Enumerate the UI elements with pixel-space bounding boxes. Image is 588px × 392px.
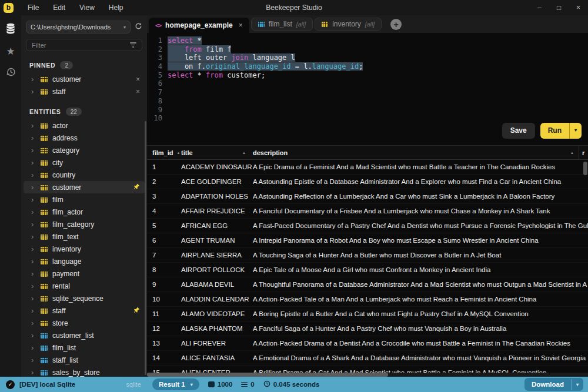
table-row[interactable]: 2 ACE GOLDFINGER A Astounding Epistle of… xyxy=(147,175,588,189)
sidebar-item-country[interactable]: › country xyxy=(21,169,147,181)
sidebar-item-inventory[interactable]: › inventory xyxy=(21,243,147,255)
table-row[interactable]: 13 ALI FOREVER A Action-Packed Drama of … xyxy=(147,336,588,351)
download-button[interactable]: Download ▾ xyxy=(524,378,583,391)
run-options-caret-icon[interactable]: ▾ xyxy=(569,123,582,139)
cell-film-id[interactable]: 12 xyxy=(147,325,181,332)
code-line[interactable]: left outer join language l xyxy=(168,53,363,62)
cell-film-id[interactable]: 7 xyxy=(147,252,181,259)
sidebar-item-sales_by_store[interactable]: › sales_by_store xyxy=(21,366,147,377)
cell-description[interactable]: A Epic Tale of a Moose And a Girl who mu… xyxy=(253,266,588,273)
sidebar-item-address[interactable]: › address xyxy=(21,132,147,144)
refresh-icon[interactable] xyxy=(135,22,142,32)
cell-description[interactable]: A Intrepid Panorama of a Robot And a Boy… xyxy=(253,237,588,244)
table-row[interactable]: 12 ALASKA PHANTOM A Fanciful Saga of a H… xyxy=(147,321,588,336)
chevron-right-icon[interactable]: › xyxy=(31,344,36,351)
cell-description[interactable]: A Astounding Epistle of a Database Admin… xyxy=(253,178,588,185)
unpin-close-icon[interactable]: × xyxy=(136,75,140,83)
cell-title[interactable]: AFFAIR PREJUDICE xyxy=(181,207,253,215)
history-icon[interactable] xyxy=(5,66,16,80)
column-header-title[interactable]: title ▲ xyxy=(181,146,253,159)
cell-title[interactable]: AIRPLANE SIERRA xyxy=(181,252,253,259)
table-row[interactable]: 1 ACADEMY DINOSAUR A Epic Drama of a Fem… xyxy=(147,160,588,175)
results-vertical-scrollbar[interactable] xyxy=(583,162,587,175)
cell-title[interactable]: ALAMO VIDEOTAPE xyxy=(181,310,253,317)
column-header-description[interactable]: description ▲ xyxy=(253,146,579,159)
chevron-right-icon[interactable]: › xyxy=(31,233,36,240)
sidebar-item-film_actor[interactable]: › film_actor xyxy=(21,206,147,218)
sidebar-item-film[interactable]: › film xyxy=(21,193,147,206)
cell-description[interactable]: A Fanciful Saga of a Hunter And a Pastry… xyxy=(253,325,588,332)
table-row[interactable]: 7 AIRPLANE SIERRA A Touching Saga of a H… xyxy=(147,248,588,263)
menu-view[interactable]: View xyxy=(72,4,102,12)
unpin-close-icon[interactable]: × xyxy=(136,88,140,96)
pin-icon[interactable] xyxy=(133,307,140,315)
sidebar-item-actor[interactable]: › actor xyxy=(21,119,147,132)
column-header-partial[interactable]: r xyxy=(579,146,588,159)
cell-description[interactable]: A Fanciful Documentary of a Frisbee And … xyxy=(253,207,588,215)
cell-title[interactable]: ACE GOLDFINGER xyxy=(181,178,253,185)
cell-description[interactable]: A Emotional Drama of a A Shark And a Dat… xyxy=(253,354,588,361)
chevron-right-icon[interactable]: › xyxy=(31,171,36,179)
code-line[interactable] xyxy=(168,106,363,115)
sidebar-item-staff[interactable]: › staff xyxy=(21,304,147,317)
sort-icon[interactable]: ▲ xyxy=(176,151,180,155)
cell-film-id[interactable]: 11 xyxy=(147,310,181,317)
code-line[interactable]: on f.original_language_id = l.language_i… xyxy=(168,62,363,71)
tab-inventory[interactable]: inventory [all] xyxy=(315,18,382,31)
cell-film-id[interactable]: 14 xyxy=(147,354,181,361)
cell-title[interactable]: ALASKA PHANTOM xyxy=(181,325,253,332)
code-line[interactable] xyxy=(168,88,363,97)
cell-film-id[interactable]: 8 xyxy=(147,266,181,273)
cell-title[interactable]: AFRICAN EGG xyxy=(181,222,253,229)
cell-title[interactable]: AGENT TRUMAN xyxy=(181,237,253,244)
sidebar-item-staff_list[interactable]: › staff_list xyxy=(21,354,147,366)
menu-file[interactable]: File xyxy=(21,4,46,12)
table-row[interactable]: 5 AFRICAN EGG A Fast-Paced Documentary o… xyxy=(147,219,588,233)
sidebar-item-category[interactable]: › category xyxy=(21,144,147,156)
run-button[interactable]: Run ▾ xyxy=(540,123,582,139)
cell-description[interactable]: A Touching Saga of a Hunter And a Butler… xyxy=(253,252,588,259)
pin-icon[interactable] xyxy=(133,183,140,192)
cell-description[interactable]: A Action-Packed Tale of a Man And a Lumb… xyxy=(253,296,588,303)
chevron-right-icon[interactable]: › xyxy=(31,88,36,95)
cell-film-id[interactable]: 1 xyxy=(147,163,181,170)
chevron-right-icon[interactable]: › xyxy=(31,319,36,327)
close-icon[interactable]: × xyxy=(569,4,588,12)
new-tab-button[interactable]: + xyxy=(390,19,402,30)
cell-description[interactable]: A Astounding Reflection of a Lumberjack … xyxy=(253,193,588,200)
sidebar-scrollbar[interactable] xyxy=(145,121,146,375)
connection-dropdown[interactable]: C:\Users\ghstng\Downloads ▾ xyxy=(26,21,131,33)
connection-name[interactable]: [DEV] local Sqlite xyxy=(19,381,75,388)
table-row[interactable]: 8 AIRPORT POLLOCK A Epic Tale of a Moose… xyxy=(147,263,588,277)
results-horizontal-scrollbar[interactable] xyxy=(147,373,388,377)
code-line[interactable]: from film f xyxy=(168,45,363,54)
sidebar-item-customer_list[interactable]: › customer_list xyxy=(21,329,147,341)
cell-title[interactable]: ACADEMY DINOSAUR xyxy=(181,163,253,170)
cell-description[interactable]: A Epic Drama of a Feminist And a Mad Sci… xyxy=(253,163,588,170)
download-label[interactable]: Download xyxy=(524,378,571,391)
chevron-right-icon[interactable]: › xyxy=(31,159,36,166)
sidebar-item-city[interactable]: › city xyxy=(21,156,147,169)
cell-title[interactable]: ADAPTATION HOLES xyxy=(181,193,253,200)
chevron-right-icon[interactable]: › xyxy=(31,368,36,376)
sql-editor[interactable]: 12345678910 select * from film f left ou… xyxy=(147,33,588,145)
cell-title[interactable]: ALABAMA DEVIL xyxy=(181,281,253,288)
chevron-right-icon[interactable]: › xyxy=(31,282,36,290)
cell-title[interactable]: ALI FOREVER xyxy=(181,340,253,347)
pinned-item-staff[interactable]: › staff × xyxy=(21,85,147,98)
filter-input[interactable]: Filter xyxy=(26,39,142,51)
chevron-right-icon[interactable]: › xyxy=(31,331,36,339)
result-select-dropdown[interactable]: Result 1 ▾ xyxy=(152,378,199,390)
sort-icon[interactable]: ▲ xyxy=(570,151,574,155)
chevron-right-icon[interactable]: › xyxy=(31,183,36,191)
chevron-right-icon[interactable]: › xyxy=(31,294,36,302)
cell-description[interactable]: A Action-Packed Drama of a Dentist And a… xyxy=(253,340,588,347)
sidebar-item-customer[interactable]: › customer xyxy=(24,181,145,193)
cell-film-id[interactable]: 10 xyxy=(147,296,181,303)
chevron-right-icon[interactable]: › xyxy=(31,356,36,364)
chevron-right-icon[interactable]: › xyxy=(31,146,36,154)
table-row[interactable]: 14 ALICE FANTASIA A Emotional Drama of a… xyxy=(147,351,588,366)
table-row[interactable]: 11 ALAMO VIDEOTAPE A Boring Epistle of a… xyxy=(147,307,588,321)
editor-code[interactable]: select * from film f left outer join lan… xyxy=(168,36,363,145)
cell-description[interactable]: A Boring Epistle of a Butler And a Cat w… xyxy=(253,310,588,317)
